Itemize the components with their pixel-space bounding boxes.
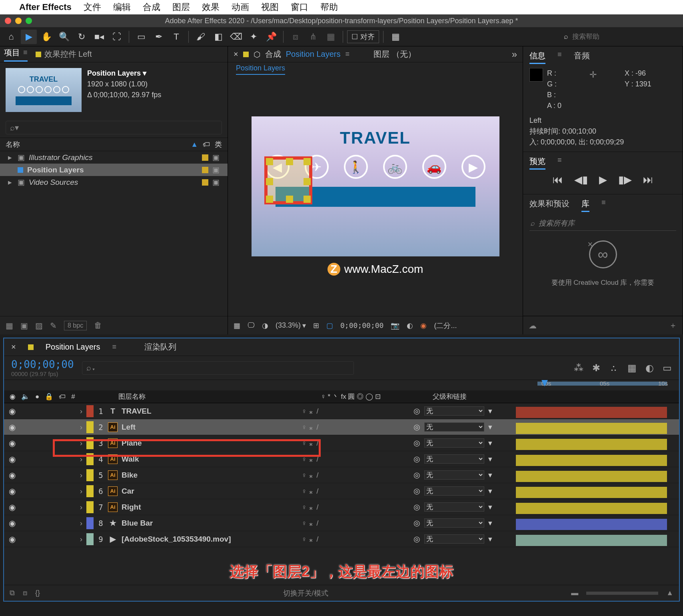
visibility-toggle-icon[interactable]: ◉ xyxy=(4,406,20,416)
project-item-comp[interactable]: Position Layers▣ xyxy=(0,164,228,176)
comp-viewer[interactable]: TRAVEL ◀ ✈ 🚶 🚲 🚗 ▶ Z www.MacZ.com xyxy=(228,76,523,316)
twirl-icon[interactable]: › xyxy=(76,423,86,432)
sort-arrow-icon[interactable]: ▲ xyxy=(191,140,198,149)
new-comp-icon[interactable]: ▨ xyxy=(35,321,43,330)
layer-row[interactable]: ◉›7AiRight♀ ⁎ /◎无 ▾ xyxy=(4,499,679,515)
last-frame-icon[interactable]: ⏭ xyxy=(643,174,653,186)
twirl-icon[interactable]: › xyxy=(76,471,86,480)
interpret-icon[interactable]: ▦ xyxy=(6,321,13,330)
project-item-folder[interactable]: ▸▣Video Sources▣ xyxy=(0,176,228,188)
library-search[interactable]: ⌕搜索所有库 xyxy=(529,216,676,231)
toggle-modes-icon[interactable]: ⧈ xyxy=(23,589,27,597)
frame-blend-icon[interactable]: ▦ xyxy=(627,362,637,374)
layer-duration-bar[interactable] xyxy=(516,503,667,514)
eraser-tool-icon[interactable]: ⌫ xyxy=(228,30,244,44)
visibility-toggle-icon[interactable]: ◉ xyxy=(4,470,20,480)
bpc-button[interactable]: 8 bpc xyxy=(64,321,87,330)
menu-composition[interactable]: 合成 xyxy=(143,1,160,13)
layer-row[interactable]: ◉›8★Blue Bar♀ ⁎ /◎无 ▾ xyxy=(4,515,679,531)
layer-switches[interactable]: ♀ ⁎ / xyxy=(302,407,413,416)
visibility-toggle-icon[interactable]: ◉ xyxy=(4,422,20,432)
viewer-timecode[interactable]: 0;00;00;00 xyxy=(340,321,383,330)
menu-file[interactable]: 文件 xyxy=(84,1,101,13)
layer-label-color[interactable] xyxy=(86,421,94,433)
selection-tool-icon[interactable]: ▶ xyxy=(21,30,37,44)
home-icon[interactable]: ⌂ xyxy=(3,30,19,44)
prev-frame-icon[interactable]: ◀▮ xyxy=(574,174,588,186)
pickwhip-icon[interactable]: ◎ xyxy=(413,470,420,480)
camera-tool-icon[interactable]: ■◂ xyxy=(91,30,107,44)
tab-project[interactable]: 项目≡ xyxy=(4,47,28,62)
twirl-icon[interactable]: › xyxy=(76,487,86,496)
draft3d-icon[interactable]: ✱ xyxy=(592,362,600,374)
mask-icon[interactable]: ◑ xyxy=(262,321,268,330)
time-ruler[interactable]: 00s 05s 10s xyxy=(4,380,679,390)
pen-tool-icon[interactable]: ✒ xyxy=(151,30,167,44)
more-tabs-icon[interactable]: » xyxy=(512,49,517,60)
help-search[interactable]: ⌕ xyxy=(560,32,680,41)
menu-view[interactable]: 视图 xyxy=(261,1,279,13)
menu-help[interactable]: 帮助 xyxy=(320,1,338,13)
toggle-in-out-icon[interactable]: {} xyxy=(35,589,40,597)
layer-name[interactable]: TRAVEL xyxy=(122,407,302,416)
pan-behind-tool-icon[interactable]: ⛶ xyxy=(109,30,125,44)
twirl-icon[interactable]: › xyxy=(76,455,86,464)
col-name[interactable]: 名称 xyxy=(6,140,20,149)
text-tool-icon[interactable]: T xyxy=(168,30,184,44)
visibility-toggle-icon[interactable]: ◉ xyxy=(4,534,20,544)
help-search-input[interactable] xyxy=(572,33,676,41)
num-column[interactable]: # xyxy=(71,393,75,401)
hand-tool-icon[interactable]: ✋ xyxy=(38,30,54,44)
tab-effect-controls[interactable]: 效果控件 Left xyxy=(36,49,92,60)
add-icon[interactable]: ＋ xyxy=(669,320,677,331)
col-type[interactable]: 类 xyxy=(215,140,222,149)
close-window-icon[interactable] xyxy=(5,18,11,24)
graph-editor-icon[interactable]: ▭ xyxy=(663,362,672,374)
layer-duration-bar[interactable] xyxy=(516,439,667,450)
layer-switches[interactable]: ♀ ⁎ / xyxy=(302,535,413,544)
close-tab-icon[interactable]: × xyxy=(11,342,16,352)
toggle-switches-modes[interactable]: 切换开关/模式 xyxy=(283,588,328,598)
resolution-icon[interactable]: ⊞ xyxy=(313,321,319,330)
timeline-search[interactable]: ⌕▾ xyxy=(82,361,354,375)
twirl-icon[interactable]: › xyxy=(76,535,86,544)
zoom-in-icon[interactable]: ▲ xyxy=(666,589,673,597)
resolution-dropdown[interactable]: (二分... xyxy=(434,321,457,330)
parent-dropdown[interactable]: 无 xyxy=(424,406,484,416)
layer-label-color[interactable] xyxy=(86,517,94,529)
roto-tool-icon[interactable]: ✦ xyxy=(246,30,262,44)
layer-row[interactable]: ◉›4AiWalk♀ ⁎ /◎无 ▾ xyxy=(4,451,679,467)
layer-label-color[interactable] xyxy=(86,485,94,497)
tab-info[interactable]: 信息 xyxy=(529,50,545,64)
trash-icon[interactable]: 🗑 xyxy=(94,321,102,330)
parent-dropdown[interactable]: 无 xyxy=(424,518,484,528)
adjust-icon[interactable]: ✎ xyxy=(50,321,57,330)
comp-name[interactable]: Position Layers ▾ xyxy=(87,69,146,77)
label-column-icon[interactable]: 🏷 xyxy=(59,393,66,401)
layer-name[interactable]: Left xyxy=(122,423,302,432)
toggle-alpha-icon[interactable]: ▦ xyxy=(234,321,240,330)
tag-icon[interactable]: 🏷 xyxy=(203,140,210,149)
twirl-icon[interactable]: › xyxy=(76,407,86,416)
eye-column-icon[interactable]: ◉ xyxy=(10,392,16,401)
visibility-toggle-icon[interactable]: ◉ xyxy=(4,518,20,528)
layer-row[interactable]: ◉›2AiLeft♀ ⁎ /◎无 ▾ xyxy=(4,419,679,435)
menu-edit[interactable]: 编辑 xyxy=(113,1,131,13)
parent-dropdown[interactable]: 无 xyxy=(424,502,484,512)
tab-preview[interactable]: 预览 xyxy=(529,156,545,170)
layer-switches[interactable]: ♀ ⁎ / xyxy=(302,471,413,480)
menu-layer[interactable]: 图层 xyxy=(172,1,190,13)
puppet-tool-icon[interactable]: 📌 xyxy=(263,30,279,44)
layer-switches[interactable]: ♀ ⁎ / xyxy=(302,519,413,528)
parent-dropdown[interactable]: 无 xyxy=(424,486,484,496)
show-channel-icon[interactable]: ◐ xyxy=(407,321,413,330)
current-timecode[interactable]: 0;00;00;00 xyxy=(11,358,74,370)
snap-toggle[interactable]: ☐ 对齐 xyxy=(347,30,379,43)
zoom-tool-icon[interactable]: 🔍 xyxy=(56,30,72,44)
comp-thumbnail[interactable]: TRAVEL xyxy=(6,68,82,112)
visibility-toggle-icon[interactable]: ◉ xyxy=(4,486,20,496)
layer-switches[interactable]: ♀ ⁎ / xyxy=(302,423,413,432)
zoom-slider[interactable] xyxy=(586,592,658,595)
parent-dropdown[interactable]: 无 xyxy=(424,454,484,464)
layer-label-color[interactable] xyxy=(86,469,94,481)
